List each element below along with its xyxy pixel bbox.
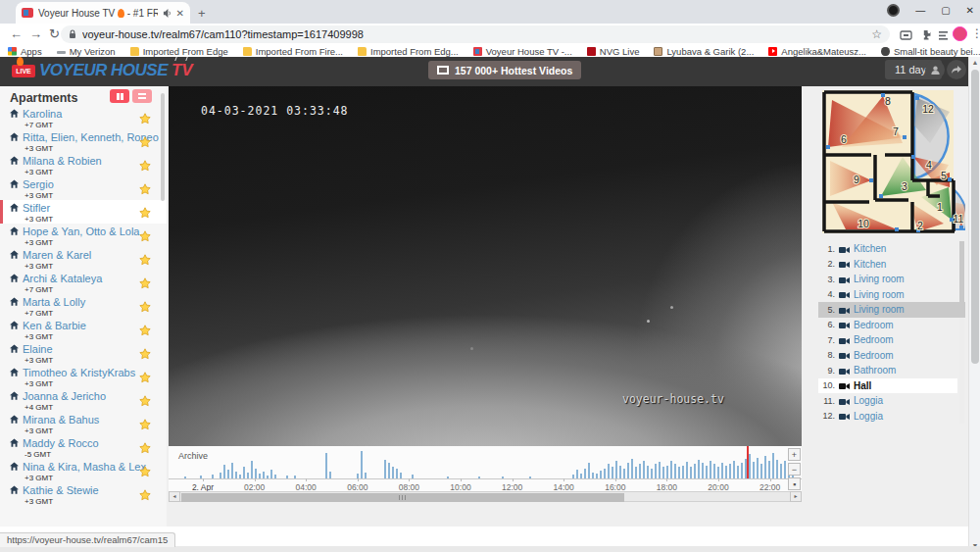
back-button[interactable]: ←	[10, 26, 23, 41]
hottest-videos-button[interactable]: 157 000+ Hottest Videos	[428, 61, 581, 79]
room-item[interactable]: 1.Kitchen	[818, 241, 965, 257]
favorite-star-icon[interactable]	[139, 346, 151, 364]
extensions-puzzle-icon[interactable]	[920, 27, 932, 45]
bookmark-item[interactable]: Voyeur House TV -...	[473, 46, 572, 57]
room-item[interactable]: 4.Living room	[818, 287, 965, 303]
apartment-item[interactable]: Elaine+3 GMT	[0, 341, 167, 365]
room-item[interactable]: 7.Bedroom	[818, 332, 965, 348]
apartment-item[interactable]: Maddy & Rocco-5 GMT	[0, 435, 167, 459]
floorplan-room-number[interactable]: 3	[902, 180, 907, 192]
favorite-star-icon[interactable]	[139, 181, 151, 199]
bookmark-item[interactable]: Imported From Edge	[130, 46, 228, 57]
floorplan-room-number[interactable]: 11	[954, 213, 964, 225]
bookmark-item[interactable]: NVG Live	[587, 46, 640, 57]
bookmark-item[interactable]: Imported From Edg...	[358, 46, 459, 57]
favorite-star-icon[interactable]	[139, 134, 151, 152]
apartment-item[interactable]: Kathie & Stewie+3 GMT	[0, 482, 167, 506]
scroll-right-arrow[interactable]: ▸	[790, 491, 802, 502]
timeline-playhead[interactable]	[747, 446, 749, 478]
floorplan-room-number[interactable]: 10	[858, 218, 869, 229]
favorite-star-icon[interactable]	[139, 417, 151, 434]
reload-button[interactable]: ↻	[49, 26, 60, 41]
apartment-item[interactable]: Mirana & Bahus+3 GMT	[0, 412, 167, 435]
favorite-star-icon[interactable]	[139, 440, 151, 458]
favorite-star-icon[interactable]	[139, 370, 151, 387]
room-item[interactable]: 8.Bedroom	[818, 348, 965, 364]
grid-view-button[interactable]	[110, 89, 129, 103]
apartment-item[interactable]: Joanna & Jericho+4 GMT	[0, 388, 167, 412]
new-tab-button[interactable]: +	[198, 6, 206, 21]
timeline-zoom-in-button[interactable]: +	[788, 448, 801, 461]
page-scrollbar[interactable]: ▲ ▼	[968, 57, 980, 552]
scrollbar-track[interactable]	[180, 491, 790, 502]
room-item[interactable]: 6.Bedroom	[818, 318, 965, 333]
favorite-star-icon[interactable]	[139, 111, 151, 128]
sidebar-scrollbar[interactable]	[161, 93, 165, 201]
bookmark-item[interactable]: Lyubava & Garik (2...	[654, 46, 754, 57]
room-item[interactable]: 12.Loggia	[818, 409, 965, 425]
floorplan-room-number[interactable]: 2	[917, 220, 923, 231]
room-item[interactable]: 9.Bathroom	[818, 363, 965, 378]
apartment-item[interactable]: Milana & Robien+3 GMT	[0, 153, 167, 176]
favorite-star-icon[interactable]	[139, 393, 151, 411]
room-item[interactable]: 11.Loggia	[818, 393, 965, 409]
browser-menu-icon[interactable]: ⋮	[971, 26, 980, 40]
extension-dot-icon[interactable]	[887, 4, 900, 17]
bookmark-item[interactable]: My Verizon	[57, 46, 116, 57]
favorite-star-icon[interactable]	[139, 323, 151, 340]
apartment-item[interactable]: Maren & Karel+3 GMT	[0, 247, 167, 271]
apartment-item[interactable]: Stifler+3 GMT	[0, 200, 167, 224]
window-close-button[interactable]: ✕	[966, 5, 974, 16]
apartment-item[interactable]: Timotheo & KristyKrabs+3 GMT	[0, 365, 167, 388]
floorplan-room-number[interactable]: 8	[885, 95, 891, 107]
side-panel-icon[interactable]	[939, 27, 951, 45]
scroll-up-arrow[interactable]: ▲	[969, 57, 980, 69]
tab-audio-icon[interactable]	[163, 4, 172, 22]
room-item[interactable]: 2.Kitchen	[818, 257, 965, 273]
apartment-item[interactable]: Ritta, Elien, Kenneth, Roneo+3 GMT	[0, 129, 167, 153]
apartment-item[interactable]: Ken & Barbie+3 GMT	[0, 318, 167, 341]
share-button[interactable]	[947, 60, 966, 79]
room-item[interactable]: 5.Living room	[818, 302, 965, 318]
forward-button[interactable]: →	[29, 26, 42, 41]
floorplan-room-number[interactable]: 7	[893, 125, 899, 137]
browser-tab[interactable]: Voyeur House TV - #1 FR... ✕	[16, 2, 190, 24]
activity-histogram[interactable]	[169, 447, 802, 478]
bookmark-star-icon[interactable]: ☆	[871, 27, 882, 41]
minimize-button[interactable]: —	[915, 5, 925, 16]
roomlist-scrollbar-thumb[interactable]	[959, 241, 964, 318]
profile-avatar[interactable]	[953, 26, 967, 41]
timeline-zoom-out-button[interactable]: −	[788, 463, 801, 476]
maximize-button[interactable]: ▢	[941, 5, 950, 16]
favorite-star-icon[interactable]	[139, 205, 151, 223]
extension-tv-icon[interactable]	[900, 27, 912, 45]
floorplan-room-number[interactable]: 6	[841, 133, 847, 145]
address-bar[interactable]: voyeur-house.tv/realm67/cam110?timestamp…	[61, 25, 890, 43]
floorplan-room-number[interactable]: 9	[854, 174, 859, 185]
apartment-item[interactable]: Sergio+3 GMT	[0, 176, 167, 200]
bookmark-item[interactable]: Apps	[8, 46, 42, 57]
scroll-left-arrow[interactable]: ◂	[169, 491, 180, 502]
camera-video-feed[interactable]: 04-03-2021 03:33:48 voyeur-house.tv	[169, 86, 802, 446]
site-logo[interactable]: LIVE VOYEUR HOUSE TV	[12, 61, 193, 80]
floorplan-room-number[interactable]: 5	[941, 170, 947, 181]
floorplan-room-number[interactable]: 1	[937, 201, 943, 213]
bookmark-item[interactable]: Small-tit beauty bei...	[881, 46, 980, 57]
room-item[interactable]: 3.Living room	[818, 272, 965, 287]
favorite-star-icon[interactable]	[139, 252, 151, 270]
bookmark-item[interactable]: Angelika&Mateusz...	[768, 46, 866, 57]
apartment-item[interactable]: Hope & Yan, Otto & Lola+3 GMT	[0, 224, 167, 247]
floorplan-room-number[interactable]: 12	[922, 103, 934, 115]
favorite-star-icon[interactable]	[139, 487, 151, 505]
apartment-item[interactable]: Nina & Kira, Masha & Lex+3 GMT	[0, 459, 167, 482]
floorplan-room-number[interactable]: 4	[926, 159, 932, 171]
favorite-star-icon[interactable]	[139, 276, 151, 293]
favorite-star-icon[interactable]	[139, 158, 151, 176]
room-item[interactable]: 10.Hall	[818, 378, 957, 394]
bookmark-item[interactable]: Imported From Fire...	[243, 46, 343, 57]
tab-close-icon[interactable]: ✕	[176, 8, 184, 19]
favorite-star-icon[interactable]	[139, 464, 151, 481]
page-scrollbar-thumb[interactable]	[971, 70, 979, 364]
profile-button[interactable]	[925, 60, 945, 79]
favorite-star-icon[interactable]	[139, 228, 151, 246]
